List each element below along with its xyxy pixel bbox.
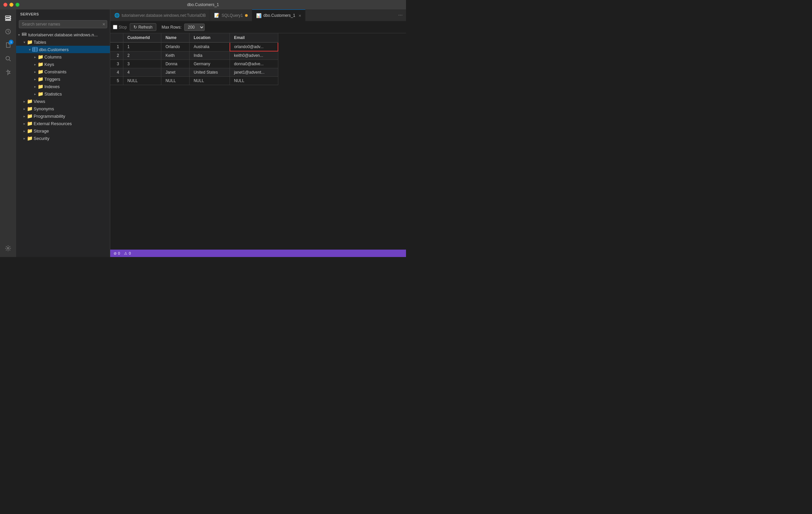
tree-arrow-keys bbox=[32, 61, 38, 67]
cell-name[interactable]: Janet bbox=[161, 68, 190, 77]
sidebar-item-statistics[interactable]: 📁 Statistics bbox=[16, 90, 110, 98]
stop-button[interactable]: Stop bbox=[113, 25, 127, 30]
folder-views-icon: 📁 bbox=[27, 99, 32, 104]
stop-checkbox[interactable] bbox=[113, 25, 117, 29]
table-tab-icon: 📊 bbox=[256, 13, 261, 18]
cell-location[interactable]: India bbox=[190, 51, 230, 60]
data-table-container[interactable]: CustomerId Name Location Email 1 1 Orlan… bbox=[110, 33, 406, 250]
main-content: 🌐 tutorialserver.database.windows.net:Tu… bbox=[110, 9, 406, 257]
sidebar-header: SERVERS bbox=[16, 9, 110, 19]
synonyms-label: Synonyms bbox=[34, 106, 54, 111]
sidebar-item-keys[interactable]: 📁 Keys bbox=[16, 60, 110, 68]
folder-triggers-icon: 📁 bbox=[38, 76, 43, 82]
warning-icon: ⚠ bbox=[124, 251, 127, 256]
cell-email[interactable]: NULL bbox=[230, 77, 278, 85]
table-tab-close-icon[interactable]: × bbox=[298, 13, 301, 18]
tree-arrow-storage bbox=[22, 128, 27, 134]
tree-arrow-indexes bbox=[32, 84, 38, 89]
folder-statistics-icon: 📁 bbox=[38, 91, 43, 97]
cell-location[interactable]: Germany bbox=[190, 60, 230, 68]
cell-customerid[interactable]: 4 bbox=[123, 68, 161, 77]
sidebar-item-triggers[interactable]: 📁 Triggers bbox=[16, 75, 110, 83]
col-header-location: Location bbox=[190, 33, 230, 43]
app-body: 1 SERVERS × bbox=[0, 9, 406, 257]
sidebar-item-security[interactable]: 📁 Security bbox=[16, 135, 110, 142]
data-table: CustomerId Name Location Email 1 1 Orlan… bbox=[110, 33, 278, 85]
search-input[interactable] bbox=[19, 20, 107, 28]
refresh-label: Refresh bbox=[139, 25, 152, 30]
tab-table[interactable]: 📊 dbo.Customers_1 × bbox=[252, 9, 306, 21]
tree-arrow-external-resources bbox=[22, 121, 27, 126]
cell-customerid[interactable]: NULL bbox=[123, 77, 161, 85]
sidebar-item-synonyms[interactable]: 📁 Synonyms bbox=[16, 105, 110, 112]
maximize-button[interactable] bbox=[16, 3, 20, 7]
tab-server[interactable]: 🌐 tutorialserver.database.windows.net:Tu… bbox=[110, 9, 210, 21]
sidebar-item-customers[interactable]: dbo.Customers bbox=[16, 46, 110, 53]
cell-email[interactable]: keith0@adven... bbox=[230, 51, 278, 60]
tree-arrow-columns bbox=[32, 54, 38, 59]
sidebar-item-indexes[interactable]: 📁 Indexes bbox=[16, 83, 110, 90]
cell-customerid[interactable]: 2 bbox=[123, 51, 161, 60]
server-tab-label: tutorialserver.database.windows.net:Tuto… bbox=[122, 13, 206, 18]
search-clear-icon[interactable]: × bbox=[103, 22, 105, 27]
query-tab-modified bbox=[245, 14, 248, 17]
cell-location[interactable]: NULL bbox=[190, 77, 230, 85]
table-body: 1 1 Orlando Australia orlando0@adv... 2 … bbox=[110, 43, 278, 85]
query-tab-label: SQLQuery1 bbox=[222, 13, 243, 18]
storage-label: Storage bbox=[34, 129, 49, 134]
status-errors: ⊘ 0 bbox=[114, 251, 120, 256]
close-button[interactable] bbox=[3, 3, 7, 7]
cell-email[interactable]: orlando0@adv... bbox=[230, 43, 278, 51]
svg-point-6 bbox=[6, 56, 10, 60]
folder-storage-icon: 📁 bbox=[27, 128, 32, 134]
activity-history-icon[interactable] bbox=[2, 26, 14, 38]
cell-name[interactable]: Keith bbox=[161, 51, 190, 60]
row-num: 5 bbox=[110, 77, 123, 85]
cell-location[interactable]: United States bbox=[190, 68, 230, 77]
col-header-name: Name bbox=[161, 33, 190, 43]
activity-search-icon[interactable] bbox=[2, 52, 14, 64]
sidebar-item-views[interactable]: 📁 Views bbox=[16, 98, 110, 105]
error-icon: ⊘ bbox=[114, 251, 117, 256]
folder-constraints-icon: 📁 bbox=[38, 69, 43, 74]
cell-email[interactable]: donna0@adve... bbox=[230, 60, 278, 68]
cell-customerid[interactable]: 1 bbox=[123, 43, 161, 51]
sidebar-item-constraints[interactable]: 📁 Constraints bbox=[16, 68, 110, 75]
indexes-label: Indexes bbox=[45, 84, 60, 89]
row-num: 1 bbox=[110, 43, 123, 51]
cell-customerid[interactable]: 3 bbox=[123, 60, 161, 68]
cell-location[interactable]: Australia bbox=[190, 43, 230, 51]
tree: tutorialserver.database.windows.n... 📁 T… bbox=[16, 31, 110, 257]
traffic-lights bbox=[3, 3, 20, 7]
tab-query[interactable]: 📝 SQLQuery1 bbox=[210, 9, 252, 21]
titlebar: dbo.Customers_1 bbox=[0, 0, 406, 9]
table-header: CustomerId Name Location Email bbox=[110, 33, 278, 43]
folder-synonyms-icon: 📁 bbox=[27, 106, 32, 111]
svg-rect-9 bbox=[22, 35, 26, 36]
row-num: 4 bbox=[110, 68, 123, 77]
activity-file-icon[interactable]: 1 bbox=[2, 39, 14, 51]
activity-extensions-icon[interactable] bbox=[2, 66, 14, 78]
window-title: dbo.Customers_1 bbox=[187, 2, 219, 7]
cell-name[interactable]: NULL bbox=[161, 77, 190, 85]
row-num: 3 bbox=[110, 60, 123, 68]
tree-arrow-customers bbox=[27, 47, 32, 52]
activity-settings-icon[interactable] bbox=[2, 242, 14, 254]
svg-rect-10 bbox=[33, 48, 37, 51]
statistics-label: Statistics bbox=[45, 91, 62, 97]
sidebar-item-storage[interactable]: 📁 Storage bbox=[16, 127, 110, 135]
sidebar-item-programmability[interactable]: 📁 Programmability bbox=[16, 112, 110, 120]
activity-servers-icon[interactable] bbox=[2, 12, 14, 24]
sidebar-item-server[interactable]: tutorialserver.database.windows.n... bbox=[16, 31, 110, 38]
cell-name[interactable]: Donna bbox=[161, 60, 190, 68]
cell-email[interactable]: janet1@advent... bbox=[230, 68, 278, 77]
sidebar-item-columns[interactable]: 📁 Columns bbox=[16, 53, 110, 60]
sidebar-item-external-resources[interactable]: 📁 External Resources bbox=[16, 120, 110, 127]
minimize-button[interactable] bbox=[9, 3, 13, 7]
keys-label: Keys bbox=[45, 62, 54, 67]
max-rows-select[interactable]: 200 100 500 1000 bbox=[184, 24, 205, 31]
cell-name[interactable]: Orlando bbox=[161, 43, 190, 51]
tab-overflow-button[interactable]: ··· bbox=[395, 9, 406, 21]
refresh-button[interactable]: ↻ Refresh bbox=[130, 23, 156, 31]
sidebar-item-tables[interactable]: 📁 Tables bbox=[16, 38, 110, 46]
